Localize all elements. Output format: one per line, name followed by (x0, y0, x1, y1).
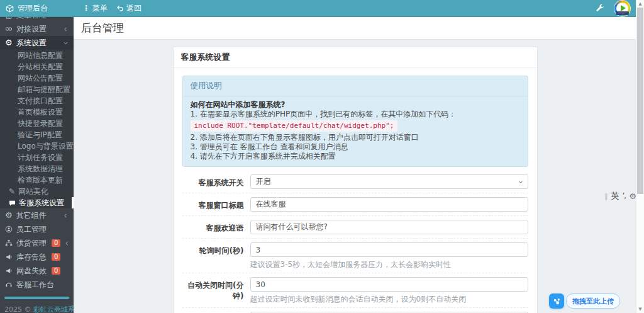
submenu-item-site-info[interactable]: 网站信息配置 (0, 50, 74, 61)
alert-line-2: 2. 添加后将在页面右下角显示客服图标，用户点击即可打开对话窗口 (191, 133, 520, 142)
upload-drop-label: 拖拽至此上传 (566, 293, 620, 309)
form-row-window-title: 客服窗口标题 (182, 193, 528, 216)
chevron-down-icon (63, 40, 69, 46)
ime-toolbar: ‖ 英 ’, ⚙ (604, 190, 636, 202)
field-hint: 建议设置3-5秒，太短会增加服务器压力，太长会影响实时性 (250, 260, 528, 269)
brand[interactable]: 管理后台 (0, 3, 74, 14)
system-submenu: 网站信息配置 分站相关配置 网站公告配置 邮箱与提醒配置 支付接口配置 首页模板… (0, 50, 74, 208)
topbar: 管理后台 ⋮ 菜单 返回 (0, 0, 636, 17)
welcome-message-input[interactable] (250, 220, 528, 234)
admin-app: 管理后台 ⋮ 菜单 返回 文章管理 (0, 0, 644, 313)
scrollbar-thumb[interactable] (637, 8, 643, 194)
user-avatar[interactable] (614, 1, 630, 16)
play-logo-icon (621, 5, 626, 11)
field-label: 客服系统开关 (182, 174, 244, 188)
submenu-item-quick-login[interactable]: 快捷登录配置 (0, 118, 74, 129)
poll-interval-input[interactable] (250, 242, 528, 257)
gear-icon: ⚙ (5, 39, 13, 47)
content-header: 后台管理 (74, 16, 636, 40)
sidebar: 文章管理 对接设置 ⚙ 系统设置 网站信息配置 分站相关配置 网站公告配置 邮箱… (0, 16, 74, 313)
submenu-item-beautify[interactable]: ✎ 网站美化 (0, 186, 74, 197)
page-title: 后台管理 (81, 21, 124, 35)
sidebar-item-label: 对接设置 (16, 25, 47, 33)
pencil-icon: ✎ (9, 188, 15, 195)
link-icon (5, 25, 13, 33)
netdisk-badge: 0 (52, 267, 60, 275)
sitemap-icon (5, 239, 13, 247)
panel-title: 客服系统设置 (174, 47, 537, 68)
submenu-item-chat-settings[interactable]: 客服系统设置 (0, 197, 74, 208)
submenu-item-mail[interactable]: 邮箱与提醒配置 (0, 84, 74, 95)
ime-gear-icon[interactable]: ⚙ (629, 191, 636, 201)
field-label: 客服欢迎语 (182, 220, 244, 234)
submenu-item-data-clean[interactable]: 系统数据清理 (0, 163, 74, 174)
copyright: 2025 © 彩虹云商城系统 (0, 304, 74, 313)
page-scrollbar[interactable]: ▲ ▼ (636, 0, 644, 313)
system-switch-select[interactable]: 开启 (250, 174, 528, 189)
headset-icon (5, 281, 13, 288)
sidebar-item-article[interactable]: 文章管理 (0, 16, 74, 22)
undo-arrow-icon (116, 4, 124, 12)
sidebar-item-label: 供货管理 (16, 239, 47, 248)
sidebar-item-stock-alert[interactable]: 库存告急 0 (0, 250, 74, 264)
submenu-item-substation[interactable]: 分站相关配置 (0, 61, 74, 72)
content: 客服系统设置 使用说明 如何在网站中添加客服系统? 1. 在需要显示客服系统的P… (74, 40, 636, 313)
bullhorn-icon (5, 267, 13, 275)
sidebar-item-system[interactable]: ⚙ 系统设置 (0, 36, 74, 50)
scroll-down-arrow[interactable]: ▼ (636, 305, 644, 313)
ime-drag-handle[interactable]: ‖ (604, 192, 608, 200)
submenu-item-announcement[interactable]: 网站公告配置 (0, 72, 74, 84)
netdisk-icon (549, 293, 564, 309)
stock-badge: 0 (52, 253, 60, 261)
alert-heading: 如何在网站中添加客服系统? (191, 100, 520, 110)
back-button[interactable]: 返回 (116, 3, 142, 14)
sidebar-item-components[interactable]: ⚙ 其它组件 (0, 208, 74, 222)
brand-label: 管理后台 (18, 3, 48, 14)
netdisk-upload-widget[interactable]: 拖拽至此上传 (549, 293, 620, 309)
submenu-item-logo-bg[interactable]: Logo与背景设置 (0, 140, 74, 152)
main-area: 后台管理 客服系统设置 使用说明 如何在网站中添加客服系统? 1. 在需要显示客… (74, 16, 636, 313)
usage-alert-title: 使用说明 (183, 76, 528, 96)
submenu-item-check-update[interactable]: 检查版本更新 (0, 174, 74, 186)
field-label: 轮询时间(秒) (182, 242, 244, 256)
ime-language-toggle[interactable]: 英 (611, 190, 619, 202)
ime-punctuation-toggle[interactable]: ’, (623, 191, 626, 200)
user-circle-icon (5, 225, 13, 233)
submenu-item-verify-ip[interactable]: 验证与IP配置 (0, 129, 74, 140)
submenu-item-payment[interactable]: 支付接口配置 (0, 95, 74, 106)
menu-toggle-label: 菜单 (92, 3, 108, 14)
sidebar-item-label: 其它组件 (16, 211, 47, 220)
sidebar-item-staff[interactable]: 员工管理 (0, 222, 74, 236)
menu-toggle-button[interactable]: ⋮ 菜单 (82, 3, 108, 14)
form-row-welcome: 客服欢迎语 (182, 216, 528, 239)
chat-bubble-icon (9, 200, 16, 207)
sidebar-item-connect[interactable]: 对接设置 (0, 22, 74, 36)
cube-icon (6, 4, 14, 13)
supply-badge: 0 (52, 239, 60, 247)
chat-settings-panel: 客服系统设置 使用说明 如何在网站中添加客服系统? 1. 在需要显示客服系统的P… (173, 47, 538, 313)
alert-line-4: 4. 请先在下方开启客服系统并完成相关配置 (191, 152, 520, 161)
copyright-brand-link[interactable]: 彩虹云商城系统 (33, 305, 74, 313)
sidebar-item-workbench[interactable]: 客服工作台 (0, 278, 74, 292)
sidebar-item-label: 客服工作台 (16, 280, 54, 289)
wrench-icon[interactable] (596, 4, 604, 13)
include-code-snippet: include ROOT."template/default/chat/widg… (191, 120, 398, 132)
submenu-item-cron[interactable]: 计划任务设置 (0, 152, 74, 163)
chevron-left-icon (63, 26, 69, 32)
back-label: 返回 (126, 3, 142, 14)
chevron-down-icon (518, 179, 524, 185)
chevron-left-icon (63, 213, 69, 219)
field-label: 自动关闭时间(分钟) (182, 277, 244, 302)
submenu-item-template[interactable]: 首页模板设置 (0, 106, 74, 118)
field-hint: 超过设定时间未收到新消息的会话自动关闭，设为0则不自动关闭 (250, 295, 528, 304)
sidebar-item-netdisk-invalid[interactable]: 网盘失效 0 (0, 264, 74, 278)
alert-line-1: 1. 在需要显示客服系统的PHP页面中，找到已有的标签，在其中添加如下代码： (191, 110, 520, 119)
sidebar-item-label: 系统设置 (16, 38, 47, 47)
scroll-up-arrow[interactable]: ▲ (636, 0, 644, 8)
form-row-poll-interval: 轮询时间(秒) 建议设置3-5秒，太短会增加服务器压力，太长会影响实时性 (182, 239, 528, 273)
sidebar-item-supply[interactable]: 供货管理 0 (0, 236, 74, 250)
gears-icon: ⚙ (5, 212, 13, 219)
auto-close-input[interactable] (250, 277, 528, 292)
sidebar-item-label: 网盘失效 (16, 266, 47, 275)
window-title-input[interactable] (250, 197, 528, 212)
